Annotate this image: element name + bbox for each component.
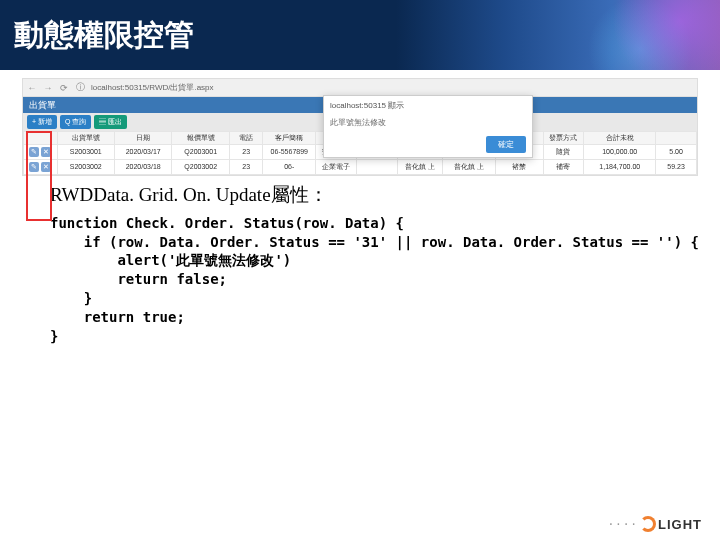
edit-icon[interactable]: ✎ bbox=[29, 147, 39, 157]
col-tax bbox=[656, 132, 697, 145]
cell-subtotal: 1,184,700.00 bbox=[584, 159, 656, 174]
brand-text: LIGHT bbox=[658, 517, 702, 532]
code-line: return true; bbox=[50, 309, 185, 325]
alert-ok-button[interactable]: 確定 bbox=[486, 136, 526, 153]
table-row: ✎✕ S2003002 2020/03/18 Q2003002 23 06- 企… bbox=[24, 159, 697, 174]
caption-text: RWDData. Grid. On. Update屬性： bbox=[50, 182, 670, 208]
add-button[interactable]: + 新增 bbox=[27, 115, 57, 129]
code-line: } bbox=[50, 290, 92, 306]
alert-header: localhost:50315 顯示 bbox=[324, 96, 532, 115]
cell-date: 2020/03/17 bbox=[114, 144, 171, 159]
slide-header: 動態權限控管 bbox=[0, 0, 720, 70]
url-text: localhost:50315/RWD/出貨單.aspx bbox=[91, 82, 214, 93]
col-shipno: 出貨單號 bbox=[57, 132, 114, 145]
slide-title: 動態權限控管 bbox=[14, 15, 194, 56]
code-line: return false; bbox=[50, 271, 227, 287]
alert-dialog: localhost:50315 顯示 此單號無法修改 確定 bbox=[323, 95, 533, 158]
cell-tax: 59.23 bbox=[656, 159, 697, 174]
col-quote: 報價單號 bbox=[172, 132, 229, 145]
col-date: 日期 bbox=[114, 132, 171, 145]
cell-shipno: S2003001 bbox=[57, 144, 114, 159]
footer-logo: · · · · LIGHT bbox=[610, 516, 702, 532]
delete-icon[interactable]: ✕ bbox=[41, 147, 51, 157]
swirl-icon bbox=[640, 516, 656, 532]
cell-person: 普化鎮 上 bbox=[397, 159, 443, 174]
cell-tel: 23 bbox=[229, 159, 263, 174]
cell-addr bbox=[356, 159, 397, 174]
dots-icon: · · · · bbox=[610, 519, 636, 530]
code-line: function Check. Order. Status(row. Data)… bbox=[50, 215, 404, 231]
back-icon[interactable]: ← bbox=[27, 83, 37, 93]
cell-inv: 隨貨 bbox=[543, 144, 584, 159]
cell-quote: Q2003002 bbox=[172, 159, 229, 174]
cell-ship: 普化鎮 上 bbox=[443, 159, 496, 174]
alert-body: 此單號無法修改 bbox=[324, 115, 532, 132]
row-actions: ✎✕ bbox=[24, 159, 58, 174]
cell-tax: 5.00 bbox=[656, 144, 697, 159]
col-tel: 電話 bbox=[229, 132, 263, 145]
cell-subtotal: 100,000.00 bbox=[584, 144, 656, 159]
cell-quote: Q2003001 bbox=[172, 144, 229, 159]
reload-icon[interactable]: ⟳ bbox=[59, 83, 69, 93]
code-line: alert('此單號無法修改') bbox=[50, 252, 291, 268]
cell-cust: 06- bbox=[263, 159, 316, 174]
cell-date: 2020/03/18 bbox=[114, 159, 171, 174]
cell-cust: 06-5567899 bbox=[263, 144, 316, 159]
row-actions: ✎✕ bbox=[24, 144, 58, 159]
col-inv: 發票方式 bbox=[543, 132, 584, 145]
alert-footer: 確定 bbox=[324, 132, 532, 157]
browser-screenshot: ← → ⟳ ⓘ localhost:50315/RWD/出貨單.aspx 出貨單… bbox=[22, 78, 698, 176]
code-snippet: function Check. Order. Status(row. Data)… bbox=[50, 214, 670, 346]
cell-ym: 褚禁 bbox=[495, 159, 543, 174]
info-icon: ⓘ bbox=[75, 83, 85, 93]
cell-fax: 企業電子 bbox=[316, 159, 357, 174]
cell-tel: 23 bbox=[229, 144, 263, 159]
cell-shipno: S2003002 bbox=[57, 159, 114, 174]
cell-inv: 補寄 bbox=[543, 159, 584, 174]
export-button[interactable]: ▤ 匯出 bbox=[94, 115, 127, 129]
delete-icon[interactable]: ✕ bbox=[41, 162, 51, 172]
search-button[interactable]: Q 查詢 bbox=[60, 115, 91, 129]
edit-icon[interactable]: ✎ bbox=[29, 162, 39, 172]
col-cust: 客戶簡稱 bbox=[263, 132, 316, 145]
col-subtotal: 合計未稅 bbox=[584, 132, 656, 145]
code-line: } bbox=[50, 328, 58, 344]
code-line: if (row. Data. Order. Status == '31' || … bbox=[50, 234, 699, 250]
col-actions bbox=[24, 132, 58, 145]
forward-icon[interactable]: → bbox=[43, 83, 53, 93]
